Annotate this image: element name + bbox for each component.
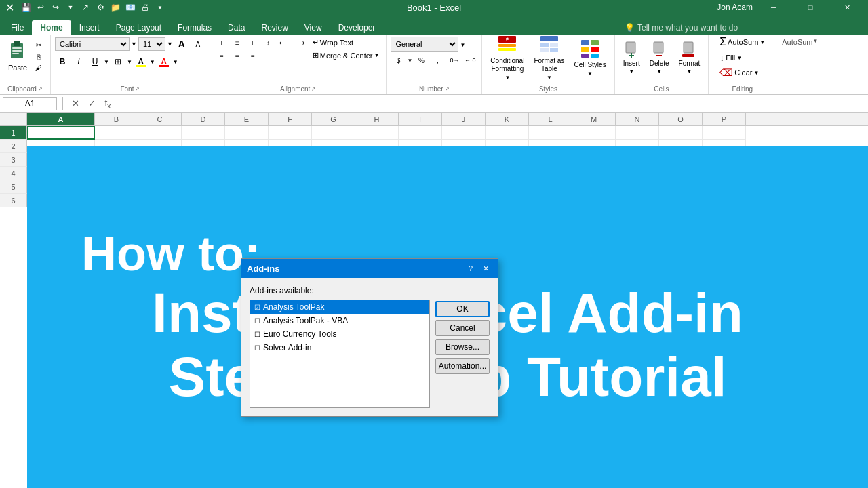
tab-file[interactable]: File [3,20,32,35]
col-header-E[interactable]: E [225,113,269,125]
qat-email[interactable]: 📧 [124,1,136,14]
align-center-btn[interactable]: ≡ [230,50,245,62]
col-header-A[interactable]: A [27,113,95,125]
confirm-formula-icon[interactable]: ✓ [85,98,98,108]
cell-B1[interactable] [95,126,138,140]
dialog-automation-btn[interactable]: Automation... [435,358,490,374]
cell-F1[interactable] [269,126,312,140]
autosum-dropdown[interactable]: ▼ [760,39,765,45]
col-header-M[interactable]: M [572,113,616,125]
cancel-formula-icon[interactable]: ✕ [68,98,82,108]
paste-button[interactable]: Paste [4,37,31,73]
number-launcher-icon[interactable]: ↗ [445,86,450,92]
dialog-help-btn[interactable]: ? [464,262,477,274]
cell-P1[interactable] [703,126,746,140]
clipboard-launcher-icon[interactable]: ↗ [38,86,43,92]
bold-button[interactable]: B [55,54,70,69]
tab-review[interactable]: Review [253,20,296,35]
dialog-close-btn[interactable]: ✕ [479,262,492,274]
comma-btn[interactable]: , [430,54,445,66]
cell-E1[interactable] [225,126,269,140]
cell-I1[interactable] [399,126,442,140]
col-header-D[interactable]: D [182,113,225,125]
col-header-N[interactable]: N [616,113,659,125]
col-header-O[interactable]: O [659,113,703,125]
fill-button[interactable]: ↓ Fill ▼ [717,51,768,64]
cell-O1[interactable] [659,126,703,140]
format-button[interactable]: Format ▼ [675,38,705,76]
cell-styles-button[interactable]: Cell Styles ▼ [570,37,610,78]
number-format-select[interactable]: General [391,37,458,52]
decrease-font-btn[interactable]: A [191,37,205,52]
format-dropdown[interactable]: ▼ [686,68,692,75]
font-color-button[interactable]: A [157,54,172,69]
fill-color-button[interactable]: A [134,54,149,69]
border-button[interactable]: ⊞ [111,54,125,69]
dialog-cancel-btn[interactable]: Cancel [435,320,490,336]
insert-button[interactable]: Insert ▼ [619,38,644,76]
align-top-btn[interactable]: ⊤ [214,37,229,49]
col-header-G[interactable]: G [312,113,355,125]
qat-undo[interactable]: ↩ [35,1,47,14]
qat-touch[interactable]: ⚙ [94,1,106,14]
currency-btn[interactable]: $ [391,54,406,66]
delete-dropdown[interactable]: ▼ [656,68,662,75]
dialog-list-item-3[interactable]: ☐ Euro Currency Tools [250,327,429,341]
align-right-btn[interactable]: ≡ [245,50,260,62]
align-bottom-btn[interactable]: ⊥ [245,37,260,49]
font-name-dropdown-icon[interactable]: ▼ [131,41,137,47]
indent-decrease-btn[interactable]: ⟵ [277,37,292,49]
dialog-list-item-2[interactable]: ☐ Analysis ToolPak - VBA [250,314,429,327]
qat-dropdown[interactable]: ▼ [154,1,166,14]
col-header-P[interactable]: P [703,113,746,125]
tab-developer[interactable]: Developer [330,20,384,35]
conditional-formatting-button[interactable]: ≠ ConditionalFormatting ▼ [486,33,528,82]
format-as-table-button[interactable]: Format asTable ▼ [530,33,568,82]
fill-color-dropdown-icon[interactable]: ▼ [150,59,155,65]
increase-decimal-btn[interactable]: .0→ [446,54,461,66]
autosum-button[interactable]: Σ AutoSum ▼ [717,35,768,49]
minimize-btn[interactable]: ─ [758,0,789,15]
cell-N1[interactable] [616,126,659,140]
cell-H1[interactable] [355,126,399,140]
format-painter-button[interactable]: 🖌 [33,62,45,73]
addins-dialog[interactable]: Add-ins ? ✕ Add-ins available: ☑ Analysi… [241,258,498,417]
qat-print[interactable]: 🖨 [139,1,151,14]
dialog-browse-btn[interactable]: Browse... [435,339,490,355]
fill-dropdown[interactable]: ▼ [736,55,742,61]
tab-formulas[interactable]: Formulas [170,20,220,35]
format-table-dropdown[interactable]: ▼ [547,75,552,81]
tab-view[interactable]: View [296,20,330,35]
indent-increase-btn[interactable]: ⟶ [292,37,307,49]
col-header-C[interactable]: C [138,113,182,125]
dialog-list-item-4[interactable]: ☐ Solver Add-in [250,341,429,354]
formula-input[interactable] [117,99,865,108]
cell-D1[interactable] [182,126,225,140]
name-box[interactable] [3,97,57,110]
font-color-dropdown-icon[interactable]: ▼ [173,59,178,65]
percent-btn[interactable]: % [414,54,429,66]
dialog-ok-btn[interactable]: OK [435,301,490,317]
cell-G1[interactable] [312,126,355,140]
col-header-H[interactable]: H [355,113,399,125]
tab-insert[interactable]: Insert [71,20,108,35]
align-middle-btn[interactable]: ≡ [230,37,245,49]
merge-center-button[interactable]: ⊞ Merge & Center ▼ [310,49,382,61]
close-btn[interactable]: ✕ [831,0,863,15]
tab-home[interactable]: Home [32,20,71,35]
border-dropdown-icon[interactable]: ▼ [127,59,132,65]
font-size-select[interactable]: 11 [138,37,165,51]
font-launcher-icon[interactable]: ↗ [135,86,140,92]
row-num-1[interactable]: 1 [0,126,27,140]
restore-btn[interactable]: □ [795,0,826,15]
delete-button[interactable]: Delete ▼ [646,38,673,76]
qat-more[interactable]: ▼ [64,1,77,14]
col-header-F[interactable]: F [269,113,312,125]
merge-dropdown-icon[interactable]: ▼ [374,52,380,58]
currency-dropdown-icon[interactable]: ▼ [407,58,412,64]
cell-C1[interactable] [138,126,182,140]
align-left-btn[interactable]: ≡ [214,50,229,62]
font-name-select[interactable]: Calibri [55,37,130,51]
cell-M1[interactable] [572,126,616,140]
text-direction-btn[interactable]: ↕ [261,37,276,49]
